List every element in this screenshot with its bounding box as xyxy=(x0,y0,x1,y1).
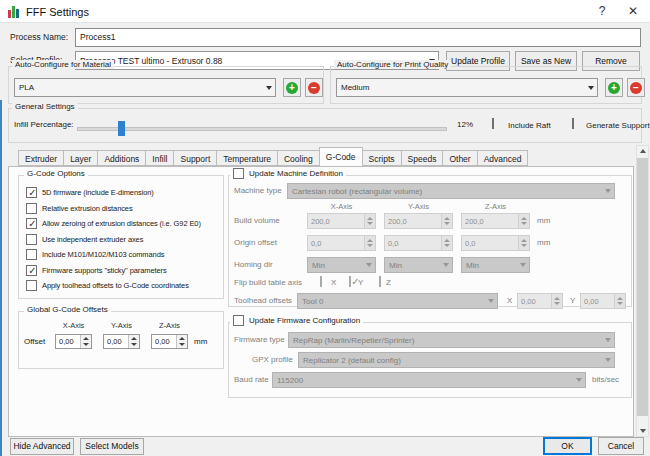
generate-support-checkbox[interactable] xyxy=(572,118,574,129)
settings-tab-bar: Extruder Layer Additions Infill Support … xyxy=(18,150,527,166)
origin-offset-z-spinner: 0,0 xyxy=(461,235,530,251)
option-toolhead-offsets[interactable]: Apply toolhead offsets to G-Code coordin… xyxy=(26,280,189,291)
quality-groupbox-title: Auto-Configure for Print Quality xyxy=(334,60,451,69)
option-independent-axes[interactable]: Use independent extruder axes xyxy=(26,234,143,245)
select-value: 115200 xyxy=(273,376,573,385)
help-icon[interactable]: ? xyxy=(590,3,614,20)
origin-offset-x-spinner: 0,0 xyxy=(307,235,376,251)
tab-cooling[interactable]: Cooling xyxy=(277,150,320,166)
material-remove-button[interactable]: − xyxy=(305,78,323,97)
tab-layer[interactable]: Layer xyxy=(63,150,98,166)
baud-rate-label: Baud rate xyxy=(234,375,269,384)
flip-x-checkbox xyxy=(320,276,322,287)
checkbox[interactable] xyxy=(26,234,37,245)
material-select[interactable]: PLA xyxy=(14,78,276,97)
option-allow-zeroing[interactable]: Allow zeroing of extrusion distances (i.… xyxy=(26,218,201,229)
checkbox[interactable] xyxy=(233,168,244,179)
option-relative-extrusion[interactable]: Relative extrusion distances xyxy=(26,203,133,214)
spinner-arrows-icon[interactable] xyxy=(128,335,139,348)
offset-x-spinner[interactable]: 0,00 xyxy=(55,334,92,349)
close-icon[interactable]: ✕ xyxy=(621,3,645,20)
build-volume-y-spinner: 200,0 xyxy=(384,213,453,229)
tab-infill[interactable]: Infill xyxy=(145,150,174,166)
tab-other[interactable]: Other xyxy=(442,150,477,166)
tab-speeds[interactable]: Speeds xyxy=(401,150,444,166)
ok-button[interactable]: OK xyxy=(543,437,592,455)
checkbox[interactable] xyxy=(233,315,244,326)
checkbox[interactable] xyxy=(26,249,37,260)
app-logo-icon xyxy=(8,5,21,18)
scroll-down-icon[interactable] xyxy=(640,429,646,433)
machine-z-axis-header: Z-Axis xyxy=(461,202,530,211)
origin-offset-label: Origin offset xyxy=(234,238,277,247)
chevron-down-icon xyxy=(263,86,275,90)
infill-slider-handle[interactable] xyxy=(118,121,125,136)
checkbox[interactable] xyxy=(26,265,37,276)
checkbox[interactable] xyxy=(26,187,37,198)
flip-axis-label: Flip build table axis xyxy=(234,278,302,287)
machine-y-axis-header: Y-Axis xyxy=(384,202,453,211)
spinner-arrows-icon[interactable] xyxy=(80,335,91,348)
machine-type-value: Cartesian robot (rectangular volume) xyxy=(288,187,602,196)
machine-type-label: Machine type xyxy=(234,186,282,195)
spinner-arrows-icon xyxy=(364,214,375,228)
spinner-value: 0,0 xyxy=(462,236,518,250)
material-add-button[interactable]: + xyxy=(283,78,301,97)
offset-z-spinner[interactable]: 0,00 xyxy=(151,334,188,349)
quality-select[interactable]: Medium xyxy=(336,78,598,97)
tab-advanced[interactable]: Advanced xyxy=(477,150,529,166)
cancel-button[interactable]: Cancel xyxy=(598,437,644,455)
select-models-button[interactable]: Select Models xyxy=(80,438,144,455)
include-raft-checkbox[interactable] xyxy=(492,118,494,129)
quality-add-button[interactable]: + xyxy=(605,78,623,97)
machine-definition-title: Update Machine Definition xyxy=(249,169,343,178)
chevron-down-icon xyxy=(517,263,529,267)
homing-dir-z-select: Min xyxy=(461,257,530,273)
chevron-down-icon xyxy=(602,358,614,362)
quality-remove-button[interactable]: − xyxy=(627,78,645,97)
checkbox[interactable] xyxy=(26,203,37,214)
scroll-up-icon[interactable] xyxy=(640,149,646,153)
offset-z-axis-header: Z-Axis xyxy=(151,321,188,330)
scrollbar-thumb[interactable] xyxy=(637,158,648,416)
chevron-down-icon xyxy=(602,338,614,342)
toolhead-select: Tool 0 xyxy=(297,293,498,309)
spinner-arrows-icon[interactable] xyxy=(176,335,187,348)
option-m101-commands[interactable]: Include M101/M102/M103 commands xyxy=(26,249,164,260)
chevron-down-icon xyxy=(602,189,614,193)
firmware-type-label: Firmware type xyxy=(234,335,285,344)
fff-settings-dialog: FFF Settings ? ✕ Process Name: Process1 … xyxy=(0,0,650,456)
flip-x-label: X xyxy=(331,278,336,287)
offset-y-spinner[interactable]: 0,00 xyxy=(103,334,140,349)
checkbox[interactable] xyxy=(26,280,37,291)
hide-advanced-button[interactable]: Hide Advanced xyxy=(10,438,74,455)
flip-z-label: Z xyxy=(386,278,391,287)
spinner-arrows-icon xyxy=(614,294,625,308)
option-5d-firmware[interactable]: 5D firmware (include E-dimension) xyxy=(26,187,154,198)
checkbox[interactable] xyxy=(26,218,37,229)
spinner-arrows-icon xyxy=(518,236,529,250)
offset-y-axis-header: Y-Axis xyxy=(103,321,140,330)
quality-select-value: Medium xyxy=(337,83,585,92)
tab-extruder[interactable]: Extruder xyxy=(18,150,64,166)
select-value: RepRap (Marlin/Repetier/Sprinter) xyxy=(289,336,602,345)
infill-percentage-label: Infill Percentage: xyxy=(14,120,74,129)
chevron-down-icon xyxy=(585,86,597,90)
option-sticky-parameters[interactable]: Firmware supports "sticky" parameters xyxy=(26,265,167,276)
chevron-down-icon xyxy=(440,263,452,267)
tab-temperature[interactable]: Temperature xyxy=(216,150,278,166)
tab-support[interactable]: Support xyxy=(173,150,217,166)
gpx-profile-label: GPX profile xyxy=(252,355,293,364)
spinner-arrows-icon xyxy=(551,294,562,308)
process-name-input[interactable]: Process1 xyxy=(75,28,641,47)
update-machine-definition-toggle[interactable]: Update Machine Definition xyxy=(230,168,346,179)
tab-additions[interactable]: Additions xyxy=(97,150,146,166)
chevron-down-icon xyxy=(363,263,375,267)
infill-slider-track[interactable] xyxy=(77,127,447,131)
gcode-options-title: G-Code Options xyxy=(24,169,88,178)
tab-scripts[interactable]: Scripts xyxy=(362,150,402,166)
tab-gcode[interactable]: G-Code xyxy=(319,147,363,166)
chevron-down-icon xyxy=(485,299,497,303)
update-firmware-configuration-toggle[interactable]: Update Firmware Configuration xyxy=(230,315,363,326)
spinner-value: 0,0 xyxy=(385,236,441,250)
